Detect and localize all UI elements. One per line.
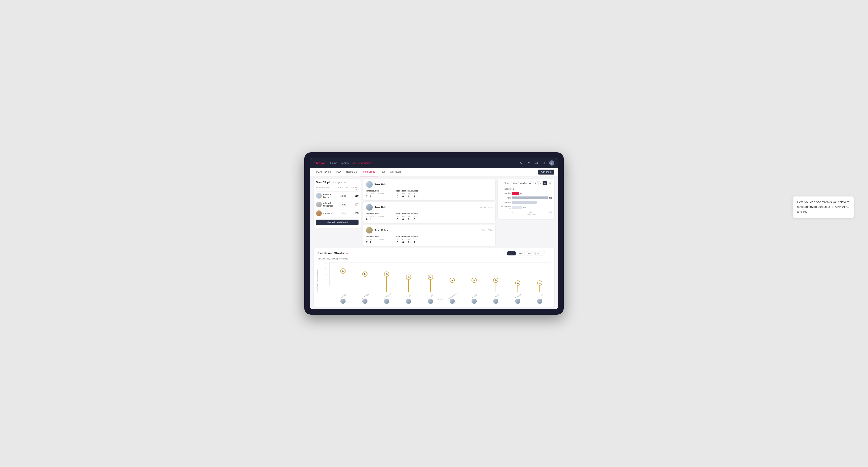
- player-info: 1 Richard Butler: [316, 193, 337, 198]
- stat-label-app: APP: [402, 192, 405, 195]
- edit-icon[interactable]: ✏: [344, 181, 346, 184]
- stat-label-tour-josh: Tournament: [366, 238, 375, 240]
- stat-group-rounds-rees: Total Rounds Tournament Practice 8 4: [366, 213, 384, 221]
- streak-col-6: 4xB. Ford: [463, 264, 485, 304]
- player-name: Edward Crossman: [323, 202, 337, 207]
- bar-chart: Eagles 3 Birdies 96: [500, 186, 552, 217]
- streak-avatar-8: [515, 299, 520, 304]
- y-tick-2: 2: [326, 279, 329, 280]
- card-date-rees: 02 Sep 2023: [480, 206, 493, 209]
- filter-arg[interactable]: ARG: [526, 251, 534, 255]
- streak-player-name-1: B. McHarg: [362, 293, 369, 299]
- table-row[interactable]: 1 Richard Butler 19/20 110: [316, 191, 359, 200]
- subnav-tour[interactable]: Tour: [378, 168, 387, 177]
- sl-arg-josh: ARG: [408, 238, 411, 240]
- streak-col-2: 6xD. Billingham: [376, 264, 398, 304]
- subnav-team-clippd[interactable]: Team Clippd: [360, 168, 378, 177]
- sub-nav: PGAT Players PGA Hcaps 1-5 Team Clippd T…: [310, 168, 558, 177]
- annotation-box: Here you can see streaks your players ha…: [793, 196, 854, 218]
- team-title: Team Clippd: [316, 181, 330, 184]
- stat-title-prac-josh: Total Practice Activities: [396, 236, 418, 238]
- grid-view-btn[interactable]: ⊞: [533, 181, 538, 185]
- filter-ott[interactable]: OTT: [507, 251, 516, 255]
- player-name: Richard Butler: [323, 193, 337, 198]
- player-card-rees: Rees Britt 02 Sep 2023 Total Rounds Tour…: [363, 201, 495, 223]
- bar-fill-bogeys: [512, 201, 536, 204]
- medal-silver: 2: [320, 206, 322, 207]
- pb-avg: 103: [349, 212, 359, 215]
- view-full-leaderboard-button[interactable]: View Full Leaderboard: [316, 220, 359, 225]
- stat-group-prac-rees: Total Practice Activities OTT APP ARG PU…: [396, 213, 418, 221]
- table-view-btn[interactable]: ⊟: [548, 181, 552, 185]
- nav-home[interactable]: Home: [330, 161, 337, 164]
- streak-player-name-6: B. Ford: [472, 294, 477, 299]
- prac-values-rees: 0 0 0 0: [396, 218, 418, 221]
- settings-icon[interactable]: [541, 160, 547, 165]
- stat-label-arg: ARG: [408, 192, 411, 195]
- subnav-all-players[interactable]: All Players: [388, 168, 404, 177]
- sl-ott-rees: OTT: [396, 215, 399, 217]
- show-label: Show: [504, 182, 509, 184]
- user-avatar[interactable]: U: [549, 160, 554, 165]
- streak-avatar-3: [406, 299, 411, 304]
- y-tick-8: 8: [326, 262, 329, 264]
- streaks-header: Best Round Streaks ← OTT APP ARG PUTT ←: [317, 251, 551, 255]
- subnav-pga[interactable]: PGA: [334, 168, 343, 177]
- stat-title-rees: Total Rounds: [366, 213, 384, 215]
- nav-bar: clippd Home Teams My Performance: [310, 158, 558, 168]
- filter-app[interactable]: APP: [517, 251, 525, 255]
- subnav-pgat[interactable]: PGAT Players: [314, 168, 333, 177]
- streak-col-4: 5xR. Britt: [420, 264, 441, 304]
- user-icon[interactable]: [526, 160, 532, 165]
- team-count: | 14 Players: [331, 181, 342, 184]
- stat-val-putt: 1: [413, 195, 416, 198]
- streak-col-7: 4xM. Maher: [485, 264, 507, 304]
- y-axis-label: Best Streak, Fairway Accuracy: [316, 270, 318, 292]
- bar-row-eagles: Eagles 3: [500, 187, 552, 191]
- period-select[interactable]: Last 3 months: [511, 181, 532, 185]
- player-cards-panel: Rees Britt Total Rounds Tournament Pract…: [363, 179, 495, 246]
- subnav-hcaps[interactable]: Hcaps 1-5: [344, 168, 360, 177]
- nav-teams[interactable]: Teams: [341, 161, 349, 164]
- main-content: Team Clippd | 14 Players ✏ PLAYER NAME P…: [310, 177, 558, 309]
- x-label-0: 0: [512, 211, 513, 213]
- nav-my-performance[interactable]: My Performance: [352, 161, 371, 164]
- card-avatar-josh: [366, 227, 373, 234]
- sl-ott-josh: OTT: [396, 238, 399, 240]
- card-stats-rees: Total Rounds Tournament Practice 8 4: [366, 213, 493, 221]
- streak-col-8: 3xR. Butler: [507, 264, 529, 304]
- stat-group-rounds: Total Rounds Tournament Practice 7 6: [366, 190, 384, 198]
- pb-avg: 107: [349, 203, 359, 206]
- tablet-shell: clippd Home Teams My Performance: [304, 152, 564, 315]
- filter-putt[interactable]: PUTT: [535, 251, 545, 255]
- card-avatar: [366, 181, 373, 188]
- medal-bronze: 3: [320, 214, 322, 216]
- stat-title-josh: Total Rounds: [366, 236, 384, 238]
- streak-avatar-0: [340, 299, 346, 304]
- add-team-button[interactable]: Add Team: [538, 169, 554, 175]
- streak-dot-7: 4x: [493, 278, 498, 283]
- prac-values-josh: 0 0 0 1: [396, 241, 418, 244]
- list-view-btn[interactable]: ≡: [538, 181, 542, 185]
- player-avatar: 2: [316, 201, 322, 207]
- th-player-name: PLAYER NAME: [316, 186, 337, 191]
- bar-container-eagles: 3: [512, 187, 552, 191]
- streak-avatar-7: [493, 299, 498, 304]
- stat-val-arg: 0: [407, 195, 410, 198]
- search-icon[interactable]: [519, 160, 524, 165]
- svg-point-0: [521, 162, 522, 164]
- bar-view-btn[interactable]: ▤: [543, 181, 547, 185]
- table-row[interactable]: 3 Cameron... 17/20 103: [316, 209, 359, 218]
- stat-title-practice: Total Practice Activities: [396, 190, 418, 192]
- practice-values: 0 0 0 1: [396, 195, 418, 198]
- arrow-right-icon[interactable]: ←: [547, 251, 551, 255]
- streaks-subtitle: Off The Tee, Fairway Accuracy: [317, 257, 551, 260]
- bar-value-dbogeys: 131: [523, 207, 526, 209]
- y-tick-6: 6: [326, 268, 329, 269]
- bell-icon[interactable]: [534, 160, 539, 165]
- stat-label-putt: PUTT: [414, 192, 418, 195]
- table-row[interactable]: 2 Edward Crossman 18/20 107: [316, 200, 359, 209]
- stat-label-tour-rees: Tournament: [366, 215, 375, 217]
- nav-icons: U: [519, 160, 554, 165]
- sl-app-josh: APP: [402, 238, 405, 240]
